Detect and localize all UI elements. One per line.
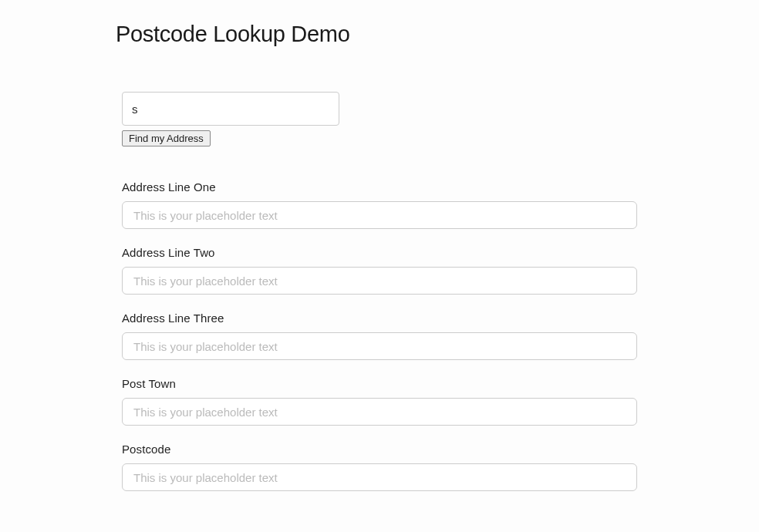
input-address-line-one[interactable] bbox=[122, 201, 637, 229]
input-address-line-two[interactable] bbox=[122, 267, 637, 295]
label-address-line-three: Address Line Three bbox=[122, 311, 637, 325]
field-group-postcode: Postcode bbox=[122, 443, 637, 491]
input-address-line-three[interactable] bbox=[122, 332, 637, 360]
field-group-line3: Address Line Three bbox=[122, 311, 637, 360]
page-title: Postcode Lookup Demo bbox=[116, 22, 759, 47]
label-post-town: Post Town bbox=[122, 377, 637, 390]
field-group-line1: Address Line One bbox=[122, 180, 637, 229]
label-address-line-two: Address Line Two bbox=[122, 246, 637, 259]
label-address-line-one: Address Line One bbox=[122, 180, 637, 194]
field-group-post-town: Post Town bbox=[122, 377, 637, 426]
find-address-button[interactable]: Find my Address bbox=[122, 130, 211, 146]
label-postcode: Postcode bbox=[122, 443, 637, 456]
postcode-search-input[interactable] bbox=[122, 92, 339, 126]
input-postcode[interactable] bbox=[122, 463, 637, 491]
address-form: Address Line One Address Line Two Addres… bbox=[122, 180, 637, 491]
lookup-section: Find my Address bbox=[122, 92, 759, 146]
input-post-town[interactable] bbox=[122, 398, 637, 426]
field-group-line2: Address Line Two bbox=[122, 246, 637, 295]
